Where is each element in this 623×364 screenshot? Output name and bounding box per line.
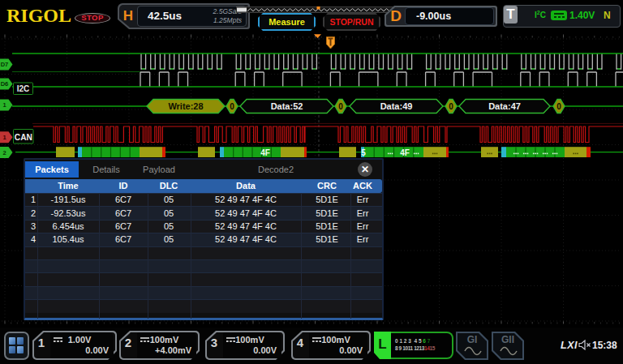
svg-text:1: 1	[2, 134, 6, 141]
svg-text:5: 5	[361, 148, 366, 157]
svg-text:Data:47: Data:47	[488, 101, 521, 111]
svg-text:4F: 4F	[400, 148, 410, 157]
svg-text:1: 1	[2, 101, 6, 109]
svg-text:Data:49: Data:49	[380, 101, 413, 111]
svg-text:0: 0	[556, 102, 561, 111]
svg-text:2: 2	[2, 149, 6, 156]
svg-text:D6: D6	[1, 80, 9, 88]
svg-text:D7: D7	[1, 61, 9, 68]
svg-text:4F: 4F	[260, 148, 270, 157]
svg-text:CAN: CAN	[15, 133, 32, 142]
svg-text:Write:28: Write:28	[168, 101, 203, 111]
svg-text:Data:52: Data:52	[271, 101, 303, 111]
svg-text:0: 0	[338, 102, 343, 111]
svg-text:I2C: I2C	[17, 84, 30, 93]
svg-text:0: 0	[230, 102, 234, 111]
svg-text:0: 0	[449, 102, 453, 111]
